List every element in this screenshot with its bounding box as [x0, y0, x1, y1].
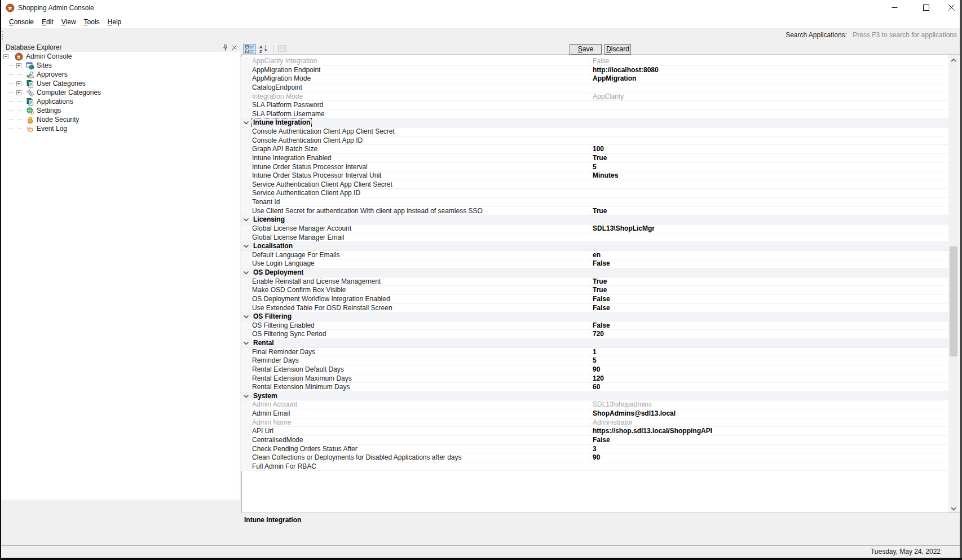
pin-icon[interactable]	[222, 44, 229, 51]
grid-property-row[interactable]: Console Authentication Client App Client…	[241, 127, 948, 136]
grid-property-row[interactable]: CentralisedModeFalse	[241, 436, 948, 445]
search-area[interactable]: Search Applications: Press F3 to search …	[786, 28, 957, 42]
grid-property-row[interactable]: Console Authentication Client App ID	[241, 136, 948, 145]
grid-property-row[interactable]: Use Client Secret for authentication Wit…	[241, 207, 948, 216]
grid-property-row[interactable]: OS Deployment Workflow Integration Enabl…	[241, 295, 948, 304]
property-value[interactable]: 5	[590, 163, 948, 171]
grid-property-row[interactable]: Clean Collections or Deployments for Dis…	[241, 453, 948, 462]
property-value[interactable]: 5	[590, 356, 948, 365]
tree-expander-plus-icon[interactable]	[16, 63, 21, 68]
categorized-view-button[interactable]	[243, 44, 256, 54]
grid-property-row[interactable]: Reminder Days5	[241, 356, 948, 365]
property-value[interactable]: 90	[590, 453, 948, 462]
chevron-down-icon[interactable]	[243, 217, 250, 223]
property-value[interactable]: AppMigration	[590, 74, 948, 83]
grid-property-row[interactable]: Rental Extension Default Days90	[241, 365, 948, 374]
grid-property-row[interactable]: Use Extended Table For OSD Reinstall Scr…	[241, 304, 948, 313]
grid-property-row[interactable]: Graph API Batch Size100	[241, 145, 948, 154]
minimize-button[interactable]	[882, 0, 907, 16]
grid-category-row[interactable]: OS Deployment	[241, 268, 948, 277]
grid-property-row[interactable]: Intune Order Status Processor Interval5	[241, 163, 948, 172]
tree-item-settings[interactable]: Settings	[1, 106, 240, 115]
grid-property-row[interactable]: SLA Platform Password	[241, 101, 948, 110]
grid-category-row[interactable]: OS Filtering	[241, 312, 948, 321]
property-value[interactable]: SDL13\ShopLicMgr	[590, 224, 948, 233]
scroll-up-icon[interactable]	[948, 55, 959, 64]
tree-item-node-security[interactable]: Node Security	[1, 115, 240, 124]
tree-item-admin-console[interactable]: Admin Console	[1, 52, 240, 61]
property-value[interactable]: True	[590, 154, 948, 162]
property-value[interactable]: https://shop.sdl13.local/ShoppingAPI	[590, 427, 948, 435]
tree-item-applications[interactable]: Applications	[1, 97, 240, 106]
chevron-down-icon[interactable]	[243, 270, 250, 276]
property-value[interactable]: False	[590, 436, 948, 444]
grid-property-row[interactable]: Make OSD Confirm Box VisibleTrue	[241, 286, 948, 295]
close-button[interactable]	[941, 0, 962, 16]
tree-item-sites[interactable]: Sites	[1, 61, 240, 70]
grid-property-row[interactable]: AppClarity IntegrationFalse	[241, 57, 948, 66]
grid-property-row[interactable]: CatalogEndpoint	[241, 83, 948, 92]
grid-category-row[interactable]: System	[241, 392, 948, 401]
save-button[interactable]: Save	[570, 44, 602, 55]
property-value[interactable]: 100	[590, 145, 948, 153]
grid-property-row[interactable]: Rental Extension Maximum Days120	[241, 374, 948, 383]
vertical-scrollbar[interactable]	[948, 55, 959, 513]
tree-item-approvers[interactable]: Approvers	[1, 70, 240, 79]
property-value[interactable]: http://localhost:8080	[590, 66, 948, 74]
grid-property-row[interactable]: Admin NameAdministrator	[241, 418, 948, 427]
grid-property-row[interactable]: Tenant Id	[241, 198, 948, 207]
panel-close-icon[interactable]	[231, 44, 238, 51]
grid-property-row[interactable]: Use Login LanguageFalse	[241, 259, 948, 268]
menu-item-help[interactable]: Help	[104, 16, 126, 28]
maximize-button[interactable]	[914, 0, 938, 16]
property-value[interactable]: False	[590, 321, 948, 330]
chevron-down-icon[interactable]	[243, 243, 250, 250]
grid-property-row[interactable]: Enable Reinstall and License ManagementT…	[241, 277, 948, 286]
property-value[interactable]: True	[590, 277, 948, 286]
property-value[interactable]: True	[590, 286, 948, 294]
property-value[interactable]: 120	[590, 374, 948, 383]
grid-category-row[interactable]: Localisation	[241, 242, 948, 251]
grid-property-row[interactable]: AppMigration Endpointhttp://localhost:80…	[241, 66, 948, 75]
property-value[interactable]: True	[590, 207, 948, 215]
grid-property-row[interactable]: Full Admin For RBAC	[241, 462, 948, 471]
scroll-down-icon[interactable]	[948, 503, 959, 513]
property-value[interactable]: 3	[590, 445, 948, 453]
scrollbar-thumb[interactable]	[950, 246, 957, 356]
toolbar-grip[interactable]	[2, 31, 5, 39]
grid-property-row[interactable]: Admin EmailShopAdmins@sdl13.local	[241, 409, 948, 418]
grid-category-row[interactable]: Intune Integration	[241, 118, 948, 127]
chevron-down-icon[interactable]	[243, 120, 250, 126]
grid-property-row[interactable]: OS Filtering Sync Period720	[241, 330, 948, 339]
grid-property-row[interactable]: SLA Platform Username	[241, 110, 948, 119]
property-value[interactable]: 60	[590, 383, 948, 391]
property-value[interactable]: 90	[590, 365, 948, 374]
grid-property-row[interactable]: Service Authentication Client App ID	[241, 189, 948, 198]
grid-property-row[interactable]: Intune Integration EnabledTrue	[241, 154, 948, 163]
grid-property-row[interactable]: Admin AccountSDL13\shopadmins	[241, 400, 948, 409]
property-value[interactable]: 720	[590, 330, 948, 338]
menu-item-tools[interactable]: Tools	[80, 16, 104, 28]
chevron-down-icon[interactable]	[243, 340, 250, 347]
tree-item-user-categories[interactable]: User Categories	[1, 79, 240, 88]
property-value[interactable]: 1	[590, 348, 948, 356]
grid-property-row[interactable]: Check Pending Orders Status After3	[241, 445, 948, 454]
property-value[interactable]: False	[590, 304, 948, 312]
grid-property-row[interactable]: Global License Manager AccountSDL13\Shop…	[241, 224, 948, 233]
grid-property-row[interactable]: Integration ModeAppClarity	[241, 92, 948, 102]
grid-property-row[interactable]: Service Authentication Client App Client…	[241, 180, 948, 189]
property-value[interactable]: Minutes	[590, 171, 948, 180]
tree-expander-plus-icon[interactable]	[16, 90, 21, 95]
grid-category-row[interactable]: Licensing	[241, 215, 948, 224]
tree-expander-minus-icon[interactable]	[3, 54, 8, 59]
grid-property-row[interactable]: API Urlhttps://shop.sdl13.local/Shopping…	[241, 427, 948, 436]
menu-item-console[interactable]: Console	[5, 16, 38, 28]
discard-button[interactable]: Discard	[604, 44, 631, 55]
grid-category-row[interactable]: Rental	[241, 339, 948, 348]
tree-item-event-log[interactable]: Event Log	[1, 124, 240, 133]
grid-property-row[interactable]: AppMigration ModeAppMigration	[241, 74, 948, 83]
property-value[interactable]: False	[590, 295, 948, 303]
chevron-down-icon[interactable]	[243, 393, 250, 400]
tree-expander-plus-icon[interactable]	[16, 81, 21, 86]
property-value[interactable]: ShopAdmins@sdl13.local	[590, 409, 948, 418]
